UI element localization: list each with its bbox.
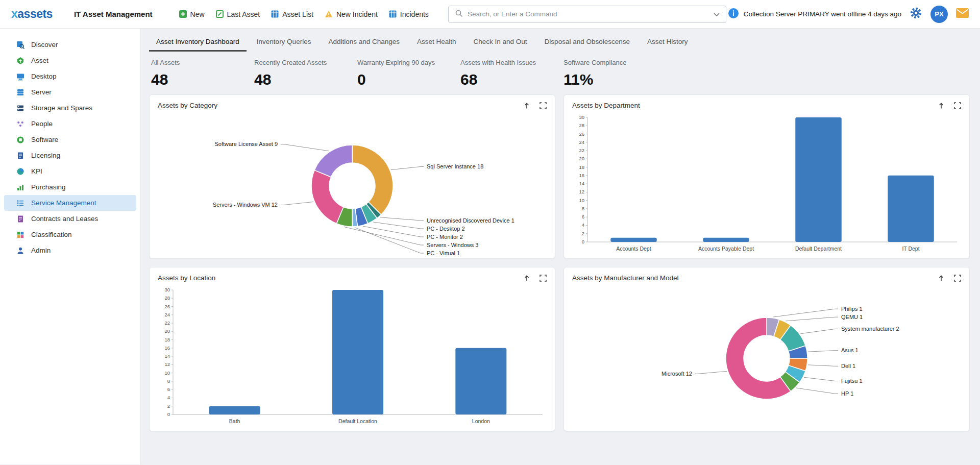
- svg-text:26: 26: [164, 304, 170, 309]
- svg-text:0: 0: [582, 239, 584, 244]
- asset-list-button-label: Asset List: [282, 10, 313, 18]
- search-icon: [455, 9, 463, 19]
- assets-by-category-chart: Sql Server Instance 18Unrecognised Disco…: [150, 111, 555, 258]
- svg-text:6: 6: [167, 386, 170, 392]
- stat-label: Software Compliance: [564, 59, 667, 66]
- sidebar-item-discover[interactable]: Discover: [4, 37, 136, 53]
- stat-label: Recently Created Assets: [254, 59, 357, 66]
- command-search[interactable]: [448, 6, 726, 23]
- svg-text:14: 14: [164, 353, 170, 359]
- tab-asset-history[interactable]: Asset History: [640, 32, 695, 52]
- sidebar-item-purchasing[interactable]: Purchasing: [4, 179, 136, 195]
- expand-icon[interactable]: [540, 275, 547, 282]
- sidebar-item-label: Admin: [31, 247, 51, 254]
- incidents-button[interactable]: Incidents: [389, 10, 429, 18]
- expand-icon[interactable]: [954, 275, 961, 282]
- tab-inventory-queries[interactable]: Inventory Queries: [250, 32, 318, 52]
- card-assets-by-manufacturer: Assets by Manufacturer and Model Philips…: [564, 267, 970, 431]
- svg-text:IT Dept: IT Dept: [902, 246, 919, 252]
- card-assets-by-location: Assets by Location 024681012141618202224…: [149, 267, 555, 431]
- svg-text:2: 2: [582, 231, 584, 236]
- tab-asset-health[interactable]: Asset Health: [410, 32, 463, 52]
- tab-asset-inventory-dashboard[interactable]: Asset Inventory Dashboard: [149, 32, 247, 52]
- last-asset-button[interactable]: Last Asset: [216, 10, 260, 18]
- dashboard-tabs: Asset Inventory Dashboard Inventory Quer…: [149, 32, 970, 52]
- settings-button[interactable]: [910, 7, 922, 21]
- svg-text:18: 18: [579, 164, 584, 170]
- sidebar-item-label: Licensing: [31, 152, 60, 159]
- export-arrow-icon[interactable]: [523, 275, 530, 282]
- svg-text:PC - Monitor 2: PC - Monitor 2: [427, 234, 463, 240]
- monitor-icon: [16, 72, 24, 81]
- svg-text:Default Location: Default Location: [338, 418, 377, 424]
- svg-text:28: 28: [164, 295, 170, 301]
- svg-text:12: 12: [579, 189, 584, 194]
- svg-text:10: 10: [579, 198, 584, 203]
- expand-icon[interactable]: [540, 102, 547, 109]
- svg-text:Philips 1: Philips 1: [841, 306, 863, 312]
- export-arrow-icon[interactable]: [938, 102, 945, 109]
- card-title: Assets by Category: [158, 102, 217, 109]
- svg-text:Asus 1: Asus 1: [841, 347, 859, 353]
- sidebar-item-label: Discover: [31, 41, 58, 48]
- sidebar-item-contracts-and-leases[interactable]: Contracts and Leases: [4, 211, 136, 227]
- stat-value: 48: [254, 71, 357, 88]
- edit-icon: [216, 10, 224, 18]
- search-input[interactable]: [468, 10, 709, 18]
- svg-text:Dell 1: Dell 1: [841, 363, 855, 369]
- svg-text:10: 10: [164, 370, 170, 376]
- gear-icon: [910, 7, 922, 21]
- svg-text:PC - Virtual 1: PC - Virtual 1: [427, 250, 460, 256]
- export-arrow-icon[interactable]: [938, 275, 945, 282]
- info-icon: [728, 8, 739, 20]
- asset-list-button[interactable]: Asset List: [271, 10, 313, 18]
- notification-text: Collection Server PRIMARY went offline 4…: [744, 10, 901, 18]
- sidebar-item-label: Desktop: [31, 72, 57, 80]
- card-title: Assets by Department: [572, 102, 640, 109]
- chevron-down-icon[interactable]: [714, 10, 720, 19]
- sidebar-item-kpi[interactable]: KPI: [4, 163, 136, 179]
- user-avatar[interactable]: PX: [930, 6, 948, 23]
- sidebar-item-people[interactable]: People: [4, 116, 136, 132]
- svg-text:8: 8: [167, 378, 170, 384]
- stat-all-assets: All Assets 48: [151, 59, 254, 88]
- new-button[interactable]: New: [179, 10, 205, 18]
- app-logo[interactable]: xassets: [11, 7, 53, 21]
- new-incident-button[interactable]: New Incident: [325, 10, 378, 18]
- tab-additions-and-changes[interactable]: Additions and Changes: [321, 32, 407, 52]
- sidebar-item-software[interactable]: Software: [4, 132, 136, 148]
- svg-text:22: 22: [579, 148, 584, 153]
- incidents-button-label: Incidents: [400, 10, 429, 18]
- discover-icon: [16, 41, 24, 49]
- sidebar-item-service-management[interactable]: Service Management: [4, 195, 136, 211]
- svg-text:2: 2: [167, 403, 170, 409]
- tab-check-in-and-out[interactable]: Check In and Out: [467, 32, 534, 52]
- main-content: Asset Inventory Dashboard Inventory Quer…: [141, 29, 980, 464]
- sidebar-item-desktop[interactable]: Desktop: [4, 68, 136, 84]
- asset-icon: [16, 57, 24, 65]
- sidebar-item-licensing[interactable]: Licensing: [4, 148, 136, 163]
- messages-button[interactable]: [956, 8, 969, 20]
- svg-text:HP 1: HP 1: [841, 390, 853, 397]
- top-bar: xassets IT Asset Management New Last Ass…: [0, 0, 980, 29]
- sidebar-item-label: Contracts and Leases: [31, 215, 98, 223]
- table-icon: [271, 10, 279, 18]
- expand-icon[interactable]: [954, 102, 961, 109]
- svg-text:18: 18: [164, 337, 170, 342]
- sidebar-item-classification[interactable]: Classification: [4, 227, 136, 242]
- svg-text:Accounts Dept: Accounts Dept: [616, 246, 651, 252]
- svg-text:20: 20: [579, 156, 584, 161]
- svg-text:24: 24: [579, 139, 584, 145]
- svg-text:12: 12: [164, 361, 170, 367]
- storage-icon: [16, 104, 24, 112]
- server-notification[interactable]: Collection Server PRIMARY went offline 4…: [728, 8, 901, 20]
- sidebar-item-asset[interactable]: Asset: [4, 53, 136, 68]
- new-incident-button-label: New Incident: [336, 10, 378, 18]
- sidebar-item-server[interactable]: Server: [4, 84, 136, 100]
- tab-disposal-and-obsolescense[interactable]: Disposal and Obsolescense: [537, 32, 637, 52]
- sidebar-item-storage-and-spares[interactable]: Storage and Spares: [4, 100, 136, 116]
- svg-text:30: 30: [579, 114, 584, 120]
- export-arrow-icon[interactable]: [523, 102, 530, 109]
- sidebar-item-admin[interactable]: Admin: [4, 242, 136, 258]
- sidebar-item-label: Service Management: [31, 199, 96, 207]
